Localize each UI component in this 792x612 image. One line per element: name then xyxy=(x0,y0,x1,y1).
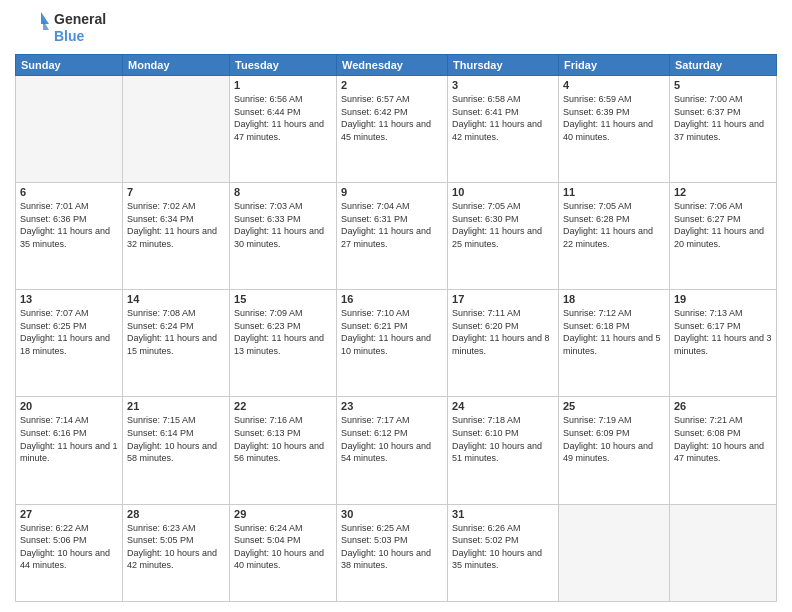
day-info: Sunrise: 7:13 AM Sunset: 6:17 PM Dayligh… xyxy=(674,307,772,357)
day-number: 29 xyxy=(234,508,332,520)
day-info: Sunrise: 6:22 AM Sunset: 5:06 PM Dayligh… xyxy=(20,522,118,572)
page: General Blue Sunday Monday Tuesday Wedne… xyxy=(0,0,792,612)
day-info: Sunrise: 7:00 AM Sunset: 6:37 PM Dayligh… xyxy=(674,93,772,143)
calendar-cell: 8Sunrise: 7:03 AM Sunset: 6:33 PM Daylig… xyxy=(230,183,337,290)
day-number: 8 xyxy=(234,186,332,198)
calendar-cell: 1Sunrise: 6:56 AM Sunset: 6:44 PM Daylig… xyxy=(230,76,337,183)
day-number: 4 xyxy=(563,79,665,91)
calendar-cell: 12Sunrise: 7:06 AM Sunset: 6:27 PM Dayli… xyxy=(669,183,776,290)
day-info: Sunrise: 7:04 AM Sunset: 6:31 PM Dayligh… xyxy=(341,200,443,250)
day-number: 28 xyxy=(127,508,225,520)
calendar-cell: 9Sunrise: 7:04 AM Sunset: 6:31 PM Daylig… xyxy=(337,183,448,290)
day-info: Sunrise: 7:05 AM Sunset: 6:28 PM Dayligh… xyxy=(563,200,665,250)
day-number: 3 xyxy=(452,79,554,91)
day-number: 21 xyxy=(127,400,225,412)
day-info: Sunrise: 7:14 AM Sunset: 6:16 PM Dayligh… xyxy=(20,414,118,464)
day-info: Sunrise: 7:18 AM Sunset: 6:10 PM Dayligh… xyxy=(452,414,554,464)
day-info: Sunrise: 7:01 AM Sunset: 6:36 PM Dayligh… xyxy=(20,200,118,250)
calendar-cell: 19Sunrise: 7:13 AM Sunset: 6:17 PM Dayli… xyxy=(669,290,776,397)
svg-marker-0 xyxy=(41,12,49,24)
header-sunday: Sunday xyxy=(16,55,123,76)
day-info: Sunrise: 7:16 AM Sunset: 6:13 PM Dayligh… xyxy=(234,414,332,464)
day-info: Sunrise: 7:15 AM Sunset: 6:14 PM Dayligh… xyxy=(127,414,225,464)
day-info: Sunrise: 6:26 AM Sunset: 5:02 PM Dayligh… xyxy=(452,522,554,572)
day-info: Sunrise: 7:07 AM Sunset: 6:25 PM Dayligh… xyxy=(20,307,118,357)
day-info: Sunrise: 6:59 AM Sunset: 6:39 PM Dayligh… xyxy=(563,93,665,143)
day-number: 20 xyxy=(20,400,118,412)
day-info: Sunrise: 7:02 AM Sunset: 6:34 PM Dayligh… xyxy=(127,200,225,250)
day-number: 26 xyxy=(674,400,772,412)
day-number: 19 xyxy=(674,293,772,305)
day-number: 16 xyxy=(341,293,443,305)
calendar-week-row: 13Sunrise: 7:07 AM Sunset: 6:25 PM Dayli… xyxy=(16,290,777,397)
calendar-cell: 4Sunrise: 6:59 AM Sunset: 6:39 PM Daylig… xyxy=(558,76,669,183)
calendar-cell: 28Sunrise: 6:23 AM Sunset: 5:05 PM Dayli… xyxy=(123,504,230,601)
day-info: Sunrise: 7:03 AM Sunset: 6:33 PM Dayligh… xyxy=(234,200,332,250)
day-number: 5 xyxy=(674,79,772,91)
day-number: 2 xyxy=(341,79,443,91)
day-number: 30 xyxy=(341,508,443,520)
day-info: Sunrise: 6:56 AM Sunset: 6:44 PM Dayligh… xyxy=(234,93,332,143)
calendar-week-row: 1Sunrise: 6:56 AM Sunset: 6:44 PM Daylig… xyxy=(16,76,777,183)
calendar-cell: 21Sunrise: 7:15 AM Sunset: 6:14 PM Dayli… xyxy=(123,397,230,504)
day-number: 13 xyxy=(20,293,118,305)
header-tuesday: Tuesday xyxy=(230,55,337,76)
calendar-cell: 16Sunrise: 7:10 AM Sunset: 6:21 PM Dayli… xyxy=(337,290,448,397)
logo: General Blue xyxy=(15,10,106,46)
header-wednesday: Wednesday xyxy=(337,55,448,76)
day-number: 27 xyxy=(20,508,118,520)
calendar-cell xyxy=(669,504,776,601)
header-saturday: Saturday xyxy=(669,55,776,76)
header-thursday: Thursday xyxy=(448,55,559,76)
calendar-cell xyxy=(16,76,123,183)
calendar-cell: 27Sunrise: 6:22 AM Sunset: 5:06 PM Dayli… xyxy=(16,504,123,601)
calendar-cell: 17Sunrise: 7:11 AM Sunset: 6:20 PM Dayli… xyxy=(448,290,559,397)
logo-general-text: General xyxy=(54,11,106,28)
day-number: 23 xyxy=(341,400,443,412)
day-number: 11 xyxy=(563,186,665,198)
header-monday: Monday xyxy=(123,55,230,76)
calendar-week-row: 6Sunrise: 7:01 AM Sunset: 6:36 PM Daylig… xyxy=(16,183,777,290)
day-info: Sunrise: 7:05 AM Sunset: 6:30 PM Dayligh… xyxy=(452,200,554,250)
day-number: 24 xyxy=(452,400,554,412)
calendar-cell: 2Sunrise: 6:57 AM Sunset: 6:42 PM Daylig… xyxy=(337,76,448,183)
day-info: Sunrise: 6:58 AM Sunset: 6:41 PM Dayligh… xyxy=(452,93,554,143)
day-info: Sunrise: 6:23 AM Sunset: 5:05 PM Dayligh… xyxy=(127,522,225,572)
day-info: Sunrise: 7:12 AM Sunset: 6:18 PM Dayligh… xyxy=(563,307,665,357)
day-info: Sunrise: 7:09 AM Sunset: 6:23 PM Dayligh… xyxy=(234,307,332,357)
calendar-cell: 26Sunrise: 7:21 AM Sunset: 6:08 PM Dayli… xyxy=(669,397,776,504)
calendar-cell: 10Sunrise: 7:05 AM Sunset: 6:30 PM Dayli… xyxy=(448,183,559,290)
day-info: Sunrise: 7:21 AM Sunset: 6:08 PM Dayligh… xyxy=(674,414,772,464)
logo-svg xyxy=(15,10,51,46)
calendar-cell: 31Sunrise: 6:26 AM Sunset: 5:02 PM Dayli… xyxy=(448,504,559,601)
day-number: 7 xyxy=(127,186,225,198)
calendar-cell: 30Sunrise: 6:25 AM Sunset: 5:03 PM Dayli… xyxy=(337,504,448,601)
calendar-cell: 14Sunrise: 7:08 AM Sunset: 6:24 PM Dayli… xyxy=(123,290,230,397)
day-number: 14 xyxy=(127,293,225,305)
day-number: 6 xyxy=(20,186,118,198)
day-info: Sunrise: 7:17 AM Sunset: 6:12 PM Dayligh… xyxy=(341,414,443,464)
day-number: 10 xyxy=(452,186,554,198)
calendar-cell: 29Sunrise: 6:24 AM Sunset: 5:04 PM Dayli… xyxy=(230,504,337,601)
calendar-cell: 3Sunrise: 6:58 AM Sunset: 6:41 PM Daylig… xyxy=(448,76,559,183)
day-info: Sunrise: 7:19 AM Sunset: 6:09 PM Dayligh… xyxy=(563,414,665,464)
calendar-cell: 13Sunrise: 7:07 AM Sunset: 6:25 PM Dayli… xyxy=(16,290,123,397)
day-info: Sunrise: 6:24 AM Sunset: 5:04 PM Dayligh… xyxy=(234,522,332,572)
calendar-cell: 25Sunrise: 7:19 AM Sunset: 6:09 PM Dayli… xyxy=(558,397,669,504)
day-number: 9 xyxy=(341,186,443,198)
day-info: Sunrise: 6:57 AM Sunset: 6:42 PM Dayligh… xyxy=(341,93,443,143)
calendar-week-row: 20Sunrise: 7:14 AM Sunset: 6:16 PM Dayli… xyxy=(16,397,777,504)
calendar-cell: 22Sunrise: 7:16 AM Sunset: 6:13 PM Dayli… xyxy=(230,397,337,504)
day-info: Sunrise: 7:06 AM Sunset: 6:27 PM Dayligh… xyxy=(674,200,772,250)
day-info: Sunrise: 7:10 AM Sunset: 6:21 PM Dayligh… xyxy=(341,307,443,357)
day-number: 31 xyxy=(452,508,554,520)
day-info: Sunrise: 7:11 AM Sunset: 6:20 PM Dayligh… xyxy=(452,307,554,357)
day-number: 25 xyxy=(563,400,665,412)
header: General Blue xyxy=(15,10,777,46)
logo-blue-text: Blue xyxy=(54,28,106,45)
calendar-cell: 15Sunrise: 7:09 AM Sunset: 6:23 PM Dayli… xyxy=(230,290,337,397)
day-number: 1 xyxy=(234,79,332,91)
day-number: 18 xyxy=(563,293,665,305)
day-number: 12 xyxy=(674,186,772,198)
calendar-cell: 5Sunrise: 7:00 AM Sunset: 6:37 PM Daylig… xyxy=(669,76,776,183)
